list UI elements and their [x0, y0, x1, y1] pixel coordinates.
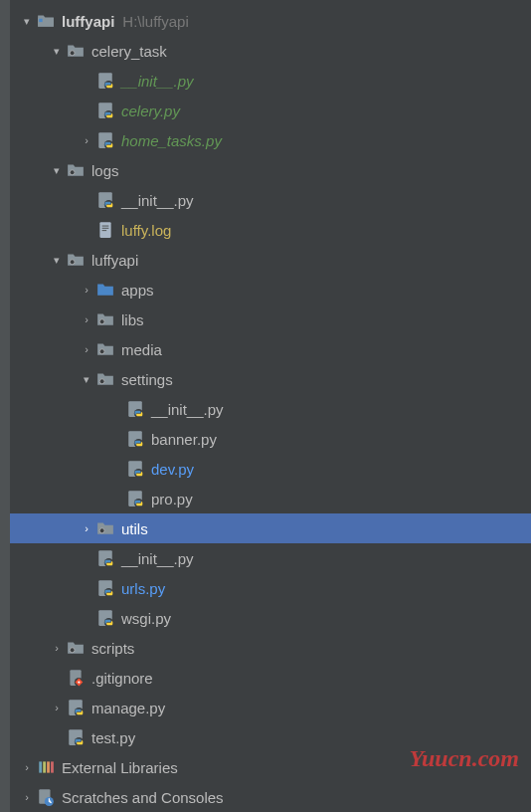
chevron-down-icon[interactable]: ▾: [48, 45, 66, 58]
chevron-right-icon[interactable]: ›: [78, 313, 95, 325]
tree-row-banner[interactable]: banner.py: [10, 424, 531, 454]
chevron-right-icon[interactable]: ›: [78, 343, 95, 355]
pyfile-icon: [95, 548, 115, 568]
project-tree: ▾ luffyapi H:\luffyapi ▾celery_task__ini…: [0, 0, 531, 812]
chevron-right-icon[interactable]: ›: [48, 642, 66, 654]
chevron-right-icon[interactable]: ›: [78, 284, 95, 296]
tree-row-manage[interactable]: ›manage.py: [10, 693, 531, 722]
tree-item-label: __init__.py: [121, 192, 194, 209]
tree-row-settings[interactable]: ▾settings: [10, 364, 531, 394]
tree-row-luffy_log[interactable]: luffy.log: [10, 215, 531, 245]
svg-point-23: [99, 379, 104, 384]
tree-item-label: libs: [121, 311, 144, 328]
tree-row-apps[interactable]: ›apps: [10, 275, 531, 304]
tree-row-wsgi[interactable]: wsgi.py: [10, 603, 531, 633]
pyfile-icon: [66, 727, 86, 747]
svg-point-46: [70, 648, 75, 653]
tree-item-label: logs: [91, 162, 119, 179]
tree-row-media[interactable]: ›media: [10, 334, 531, 364]
pyfile-icon: [66, 698, 86, 717]
tree-row-celery_task[interactable]: ▾celery_task: [10, 36, 531, 66]
chevron-down-icon[interactable]: ▾: [48, 254, 66, 267]
package-icon: [66, 160, 86, 180]
tree-item-label: manage.py: [91, 700, 165, 716]
tree-row-scratches[interactable]: ›Scratches and Consoles: [10, 782, 531, 812]
tree-item-label: test.py: [91, 729, 135, 746]
scratches-icon: [36, 787, 56, 807]
package-icon: [95, 369, 115, 389]
pyfile-icon: [95, 578, 115, 598]
chevron-right-icon[interactable]: ›: [78, 134, 95, 146]
pyfile-icon: [125, 489, 145, 508]
tree-row-settings_init[interactable]: __init__.py: [10, 394, 531, 424]
svg-point-12: [70, 170, 75, 175]
chevron-right-icon[interactable]: ›: [18, 761, 36, 773]
tree-item-label: apps: [121, 282, 154, 299]
chevron-down-icon[interactable]: ▾: [78, 373, 95, 386]
package-icon: [66, 41, 86, 61]
textfile-icon: [95, 220, 115, 240]
folder-blue-icon: [95, 280, 115, 300]
chevron-down-icon[interactable]: ▾: [48, 164, 66, 177]
tree-item-label: urls.py: [121, 580, 165, 597]
svg-point-21: [99, 319, 104, 324]
svg-rect-58: [47, 761, 50, 772]
module-folder-icon: [36, 11, 56, 31]
tree-row-ext_lib[interactable]: ›External Libraries: [10, 752, 531, 782]
package-icon: [95, 339, 115, 359]
package-icon: [66, 250, 86, 270]
pyfile-icon: [95, 130, 115, 150]
tree-row-root[interactable]: ▾ luffyapi H:\luffyapi: [10, 6, 531, 36]
svg-rect-18: [102, 228, 109, 229]
tree-row-logs_init[interactable]: __init__.py: [10, 185, 531, 215]
package-icon: [66, 638, 86, 658]
svg-point-20: [70, 260, 75, 265]
tree-item-label: __init__.py: [151, 401, 224, 418]
chevron-right-icon[interactable]: ›: [48, 702, 66, 713]
chevron-right-icon[interactable]: ›: [78, 522, 95, 534]
tree-item-label: pro.py: [151, 491, 193, 508]
tree-row-home_tasks[interactable]: ›home_tasks.py: [10, 125, 531, 155]
tree-row-celery_task_init[interactable]: __init__.py: [10, 66, 531, 96]
tree-row-utils[interactable]: ›utils: [10, 513, 531, 543]
package-icon: [95, 309, 115, 329]
svg-rect-1: [39, 19, 42, 22]
tree-item-label: celery_task: [91, 43, 167, 60]
tree-row-luffyapi_init[interactable]: __init__.py: [10, 543, 531, 573]
tree-item-label: __init__.py: [121, 73, 194, 90]
svg-rect-59: [51, 761, 54, 772]
tree-item-label: celery.py: [121, 102, 180, 119]
tree-row-gitignore[interactable]: .gitignore: [10, 663, 531, 693]
chevron-right-icon[interactable]: ›: [18, 791, 36, 803]
tree-item-label: banner.py: [151, 431, 217, 448]
tree-row-testpy[interactable]: test.py: [10, 722, 531, 752]
svg-rect-17: [102, 226, 109, 227]
tree-item-label: Scratches and Consoles: [62, 789, 224, 806]
pyfile-icon: [125, 399, 145, 419]
tree-row-luffyapi_pkg[interactable]: ▾luffyapi: [10, 245, 531, 275]
tree-item-label: .gitignore: [91, 670, 153, 687]
chevron-down-icon[interactable]: ▾: [18, 15, 36, 28]
tree-row-urls[interactable]: urls.py: [10, 573, 531, 603]
tree-item-label: utils: [121, 520, 148, 537]
tree-row-libs[interactable]: ›libs: [10, 304, 531, 334]
pyfile-icon: [95, 71, 115, 91]
libraries-icon: [36, 757, 56, 777]
root-name: luffyapi: [62, 13, 114, 30]
pyfile-icon: [125, 459, 145, 479]
tree-item-label: home_tasks.py: [121, 132, 222, 149]
tree-row-pro[interactable]: pro.py: [10, 484, 531, 513]
tree-row-scripts[interactable]: ›scripts: [10, 633, 531, 663]
tree-item-label: wsgi.py: [121, 610, 171, 627]
svg-rect-56: [39, 761, 42, 772]
gitignore-icon: [66, 668, 86, 688]
tree-row-dev[interactable]: dev.py: [10, 454, 531, 484]
left-gutter: [0, 0, 10, 812]
tree-item-label: External Libraries: [62, 759, 178, 776]
pyfile-icon: [95, 608, 115, 628]
tree-item-label: settings: [121, 371, 173, 388]
tree-row-logs[interactable]: ▾logs: [10, 155, 531, 185]
tree-item-label: __init__.py: [121, 550, 194, 567]
tree-row-celery_py[interactable]: celery.py: [10, 96, 531, 125]
svg-rect-57: [43, 761, 46, 772]
